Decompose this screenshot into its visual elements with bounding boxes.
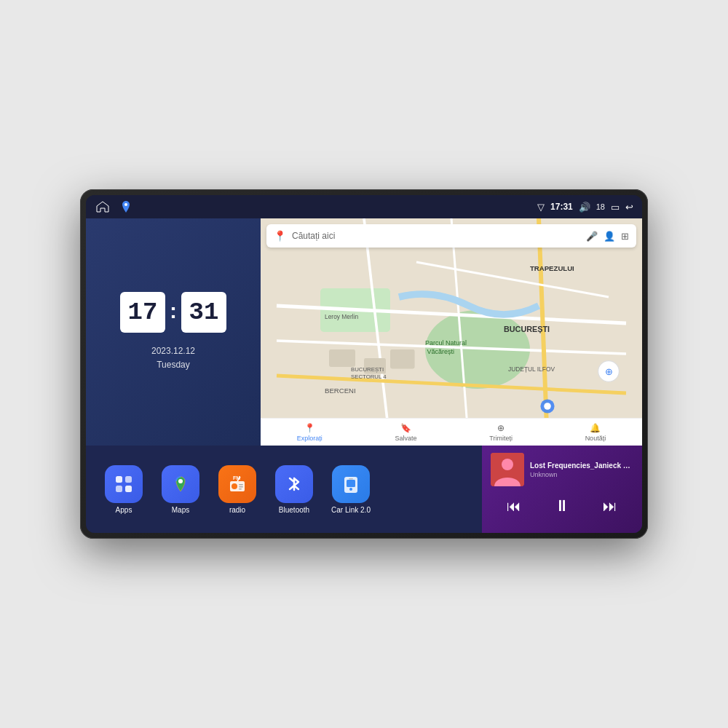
device-screen: ▽ 17:31 🔊 18 ▭ ↩ 17 : 31 2023	[86, 195, 642, 533]
main-area: 17 : 31 2023.12.12 Tuesday	[86, 218, 642, 533]
svg-point-0	[124, 203, 127, 206]
prev-button[interactable]: ⏮	[507, 498, 521, 515]
top-panels: 17 : 31 2023.12.12 Tuesday	[86, 218, 642, 446]
app-item-maps[interactable]: Maps	[154, 465, 207, 514]
apps-row: Apps Maps	[86, 446, 482, 533]
svg-text:Văcărești: Văcărești	[427, 348, 454, 355]
svg-rect-36	[239, 486, 243, 488]
maps-nav-icon[interactable]	[118, 199, 134, 215]
svg-rect-29	[125, 476, 132, 483]
bluetooth-label: Bluetooth	[279, 506, 309, 514]
radio-icon: FM	[218, 465, 256, 503]
news-label: Noutăți	[585, 435, 606, 442]
map-bottom-bar: 📍 Explorați 🔖 Salvate ⊕ Trimiteți 🔔	[261, 418, 642, 446]
svg-point-45	[502, 459, 513, 470]
next-button[interactable]: ⏭	[603, 498, 617, 515]
svg-text:Leroy Merlin: Leroy Merlin	[325, 313, 358, 320]
map-search-bar[interactable]: 📍 Căutați aici 🎤 👤 ⊞	[266, 224, 636, 248]
svg-point-32	[178, 479, 183, 483]
mic-icon[interactable]: 🎤	[586, 231, 598, 242]
volume-icon: 🔊	[579, 202, 590, 213]
svg-point-42	[349, 488, 352, 491]
map-pin-icon: 📍	[274, 230, 286, 242]
app-item-radio[interactable]: FM radio	[211, 465, 264, 514]
status-bar-right: ▽ 17:31 🔊 18 ▭ ↩	[537, 202, 633, 213]
app-item-apps[interactable]: Apps	[98, 465, 150, 514]
clock-display: 17 : 31	[120, 292, 226, 333]
bluetooth-icon	[275, 465, 313, 503]
svg-text:SECTORUL 4: SECTORUL 4	[351, 373, 387, 380]
maps-icon	[162, 465, 199, 503]
svg-text:BUCUREȘTI: BUCUREȘTI	[504, 325, 550, 333]
send-icon: ⊕	[497, 423, 505, 433]
svg-rect-41	[347, 480, 355, 487]
maps-label: Maps	[172, 506, 189, 514]
map-nav-saved[interactable]: 🔖 Salvate	[395, 423, 417, 442]
music-panel: Lost Frequencies_Janieck Devy-... Unknow…	[482, 446, 642, 533]
carlink-icon	[332, 465, 370, 503]
music-controls: ⏮ ⏸ ⏭	[491, 496, 633, 515]
svg-rect-28	[116, 476, 122, 483]
time-display: 17:31	[550, 202, 573, 212]
play-pause-button[interactable]: ⏸	[554, 496, 570, 515]
send-label: Trimiteți	[489, 435, 513, 442]
svg-rect-31	[125, 486, 132, 492]
svg-text:⊕: ⊕	[605, 366, 613, 377]
clock-colon: :	[170, 298, 177, 323]
news-icon: 🔔	[590, 423, 601, 433]
music-artist: Unknown	[530, 471, 633, 478]
app-item-bluetooth[interactable]: Bluetooth	[268, 465, 320, 514]
grid-icon[interactable]: ⊞	[621, 231, 629, 242]
svg-text:JUDEȚUL ILFOV: JUDEȚUL ILFOV	[508, 365, 555, 373]
svg-text:TRAPEZULUI: TRAPEZULUI	[530, 264, 574, 272]
apps-icon	[105, 465, 143, 503]
carlink-label: Car Link 2.0	[331, 506, 371, 514]
device-frame: ▽ 17:31 🔊 18 ▭ ↩ 17 : 31 2023	[80, 189, 648, 539]
svg-point-27	[544, 403, 551, 410]
map-search-icons: 🎤 👤 ⊞	[586, 231, 629, 242]
map-nav-send[interactable]: ⊕ Trimiteți	[489, 423, 513, 442]
svg-text:Parcul Natural: Parcul Natural	[425, 339, 467, 347]
signal-icon: ▽	[537, 202, 545, 213]
clock-hour: 17	[120, 292, 165, 333]
music-thumbnail	[491, 453, 524, 486]
saved-label: Salvate	[395, 435, 417, 442]
svg-rect-11	[329, 349, 355, 367]
music-info-row: Lost Frequencies_Janieck Devy-... Unknow…	[491, 453, 633, 486]
clock-minute: 31	[181, 292, 226, 333]
map-nav-news[interactable]: 🔔 Noutăți	[585, 423, 606, 442]
map-nav-explore[interactable]: 📍 Explorați	[297, 423, 323, 442]
music-title: Lost Frequencies_Janieck Devy-...	[530, 462, 633, 470]
home-icon[interactable]	[95, 199, 111, 215]
map-panel[interactable]: TRAPEZULUI BUCUREȘTI JUDEȚUL ILFOV BERCE…	[261, 218, 642, 446]
battery-value: 18	[596, 202, 605, 211]
svg-rect-34	[232, 483, 237, 489]
music-info: Lost Frequencies_Janieck Devy-... Unknow…	[530, 462, 633, 478]
svg-rect-30	[116, 486, 122, 492]
account-icon[interactable]: 👤	[604, 231, 615, 242]
explore-icon: 📍	[304, 423, 315, 433]
bottom-section: Apps Maps	[86, 446, 642, 533]
saved-icon: 🔖	[400, 423, 411, 433]
svg-rect-43	[349, 478, 353, 480]
status-bar-left	[95, 199, 134, 215]
svg-rect-13	[390, 349, 415, 368]
back-icon[interactable]: ↩	[625, 202, 633, 213]
apps-label: Apps	[116, 506, 132, 514]
clock-date: 2023.12.12 Tuesday	[151, 344, 195, 372]
map-search-text: Căutați aici	[292, 231, 580, 241]
explore-label: Explorați	[297, 435, 323, 442]
svg-rect-37	[239, 488, 242, 490]
svg-text:BERCENI: BERCENI	[325, 387, 356, 395]
radio-label: radio	[229, 506, 245, 514]
status-bar: ▽ 17:31 🔊 18 ▭ ↩	[86, 195, 642, 218]
clock-panel: 17 : 31 2023.12.12 Tuesday	[86, 218, 261, 446]
app-item-carlink[interactable]: Car Link 2.0	[325, 465, 377, 514]
svg-text:BUCUREȘTI: BUCUREȘTI	[351, 366, 384, 373]
svg-rect-35	[239, 484, 243, 486]
battery-icon: ▭	[611, 202, 620, 213]
